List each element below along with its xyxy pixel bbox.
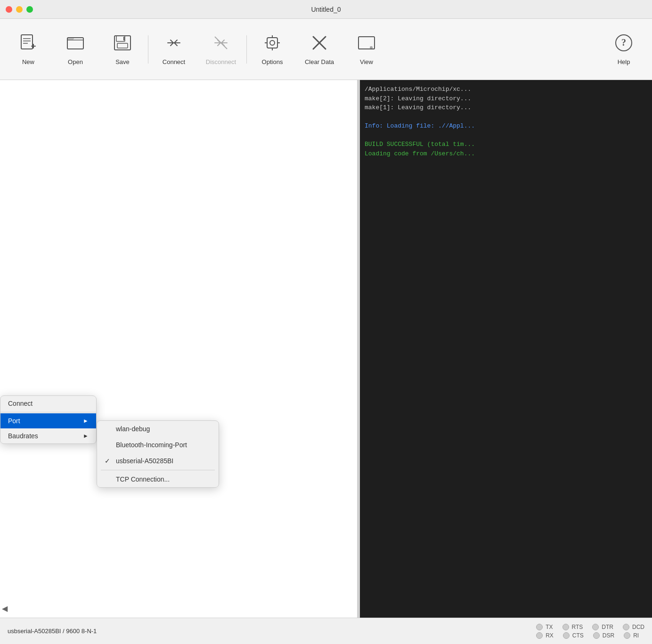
baudrates-submenu-arrow: ► bbox=[83, 433, 89, 439]
save-label: Save bbox=[115, 58, 130, 65]
collapse-button[interactable]: ◀ bbox=[2, 604, 8, 613]
tx-label: TX bbox=[546, 624, 553, 630]
rx-signal: RX bbox=[536, 632, 554, 639]
port-submenu: wlan-debug Bluetooth-Incoming-Port ✓ usb… bbox=[97, 420, 219, 488]
svg-rect-0 bbox=[21, 35, 33, 49]
rts-label: RTS bbox=[572, 624, 583, 630]
terminal-line: make[2]: Leaving directory... bbox=[365, 94, 647, 104]
clear-data-label: Clear Data bbox=[305, 58, 334, 65]
context-connect-label: Connect bbox=[8, 400, 33, 407]
bluetooth-label: Bluetooth-Incoming-Port bbox=[116, 441, 187, 449]
rx-label: RX bbox=[546, 632, 554, 639]
svg-rect-12 bbox=[267, 38, 277, 48]
status-bar: usbserial-A50285BI / 9600 8-N-1 TX RTS D… bbox=[0, 618, 652, 644]
disconnect-label: Disconnect bbox=[206, 58, 236, 65]
tcp-label: TCP Connection... bbox=[116, 475, 170, 483]
view-label: View bbox=[360, 58, 373, 65]
terminal-line: make[1]: Leaving directory... bbox=[365, 103, 647, 113]
connect-context-menu: Connect Port ► Baudrates ► bbox=[0, 395, 97, 444]
terminal-line: Info: Loading file: .//Appl... bbox=[365, 121, 647, 131]
clear-data-button[interactable]: Clear Data bbox=[296, 26, 343, 73]
menu-separator-1 bbox=[0, 412, 96, 412]
view-icon bbox=[357, 33, 376, 56]
dcd-dot bbox=[623, 624, 629, 630]
main-area: ◀ /Applications/Microchip/xc... make[2]:… bbox=[0, 80, 652, 618]
ri-signal: RI bbox=[624, 632, 639, 639]
new-icon bbox=[18, 33, 38, 56]
minimize-button[interactable] bbox=[16, 6, 23, 13]
window-controls bbox=[6, 6, 33, 13]
svg-rect-9 bbox=[117, 43, 128, 48]
svg-point-22 bbox=[370, 46, 373, 49]
terminal-line bbox=[365, 131, 647, 140]
help-button[interactable]: ? Help bbox=[600, 26, 647, 73]
dsr-label: DSR bbox=[603, 632, 614, 639]
svg-point-13 bbox=[270, 40, 275, 45]
terminal-line: Loading code from /Users/ch... bbox=[365, 149, 647, 159]
window-title: Untitled_0 bbox=[311, 6, 341, 13]
options-icon bbox=[262, 33, 282, 56]
port-menu-separator bbox=[101, 470, 215, 470]
terminal-line: /Applications/Microchip/xc... bbox=[365, 85, 647, 94]
tx-signal: TX bbox=[536, 624, 553, 630]
view-button[interactable]: View bbox=[343, 26, 390, 73]
port-tcp[interactable]: TCP Connection... bbox=[97, 471, 219, 487]
cts-signal: CTS bbox=[563, 632, 584, 639]
help-label: Help bbox=[618, 58, 630, 65]
close-button[interactable] bbox=[6, 6, 12, 13]
maximize-button[interactable] bbox=[26, 6, 33, 13]
options-button[interactable]: Options bbox=[249, 26, 296, 73]
open-button[interactable]: Open bbox=[52, 26, 99, 73]
separator-2 bbox=[246, 35, 247, 64]
dtr-signal: DTR bbox=[592, 624, 613, 630]
connect-button[interactable]: Connect bbox=[150, 26, 197, 73]
save-icon bbox=[113, 33, 132, 56]
usbserial-checkmark: ✓ bbox=[105, 457, 112, 465]
open-label: Open bbox=[68, 58, 83, 65]
help-icon: ? bbox=[614, 33, 634, 56]
connect-label: Connect bbox=[163, 58, 185, 65]
disconnect-icon bbox=[211, 33, 231, 56]
port-wlan-debug[interactable]: wlan-debug bbox=[97, 421, 219, 437]
terminal-line bbox=[365, 113, 647, 122]
dcd-label: DCD bbox=[632, 624, 644, 630]
tcp-checkmark bbox=[105, 475, 112, 483]
context-baudrates-item[interactable]: Baudrates ► bbox=[0, 428, 96, 443]
signal-row-2: RX CTS DSR RI bbox=[536, 632, 644, 639]
tx-dot bbox=[536, 624, 543, 630]
context-connect-item[interactable]: Connect bbox=[0, 396, 96, 411]
open-icon bbox=[65, 33, 85, 56]
terminal-line: BUILD SUCCESSFUL (total tim... bbox=[365, 140, 647, 149]
save-button[interactable]: Save bbox=[99, 26, 146, 73]
dcd-signal: DCD bbox=[623, 624, 644, 630]
port-info: usbserial-A50285BI / 9600 8-N-1 bbox=[8, 628, 527, 635]
title-bar: Untitled_0 bbox=[0, 0, 652, 19]
connect-icon bbox=[164, 33, 184, 56]
terminal-pane: /Applications/Microchip/xc... make[2]: L… bbox=[360, 80, 652, 618]
rts-dot bbox=[562, 624, 569, 630]
ri-label: RI bbox=[633, 632, 639, 639]
rts-signal: RTS bbox=[562, 624, 583, 630]
port-submenu-arrow: ► bbox=[83, 418, 89, 424]
disconnect-button[interactable]: Disconnect bbox=[197, 26, 244, 73]
ri-dot bbox=[624, 632, 630, 639]
dsr-signal: DSR bbox=[593, 632, 614, 639]
new-button[interactable]: New bbox=[5, 26, 52, 73]
signal-row-1: TX RTS DTR DCD bbox=[536, 624, 644, 630]
new-label: New bbox=[22, 58, 34, 65]
cts-label: CTS bbox=[572, 632, 584, 639]
port-usbserial[interactable]: ✓ usbserial-A50285BI bbox=[97, 453, 219, 469]
usbserial-label: usbserial-A50285BI bbox=[116, 457, 173, 465]
dtr-label: DTR bbox=[602, 624, 613, 630]
port-bluetooth[interactable]: Bluetooth-Incoming-Port bbox=[97, 437, 219, 453]
dsr-dot bbox=[593, 632, 600, 639]
separator-1 bbox=[148, 35, 148, 64]
dtr-dot bbox=[592, 624, 599, 630]
context-port-label: Port bbox=[8, 417, 20, 425]
options-label: Options bbox=[262, 58, 283, 65]
context-port-item[interactable]: Port ► bbox=[0, 413, 96, 428]
toolbar: New Open Save bbox=[0, 19, 652, 80]
signal-indicators: TX RTS DTR DCD RX CTS bbox=[536, 624, 644, 639]
rx-dot bbox=[536, 632, 543, 639]
wlan-debug-label: wlan-debug bbox=[116, 425, 150, 433]
